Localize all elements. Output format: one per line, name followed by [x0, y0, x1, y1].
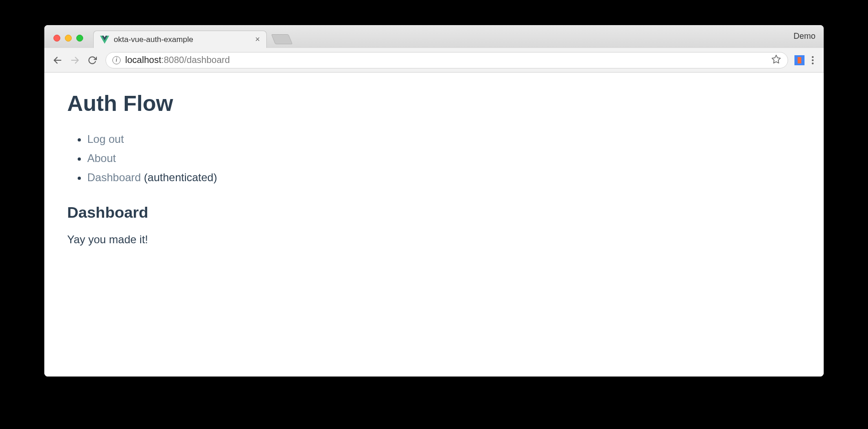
- list-item: Dashboard (authenticated): [87, 168, 801, 187]
- bookmark-star-icon[interactable]: [771, 54, 781, 66]
- nav-list: Log out About Dashboard (authenticated): [67, 130, 801, 187]
- minimize-window-button[interactable]: [65, 35, 72, 42]
- tab-strip: okta-vue-auth-example × Demo: [44, 25, 824, 48]
- dashboard-link[interactable]: Dashboard: [87, 171, 141, 183]
- browser-window: okta-vue-auth-example × Demo i localhost…: [44, 25, 824, 377]
- message-text: Yay you made it!: [67, 233, 801, 246]
- new-tab-button[interactable]: [271, 34, 293, 44]
- close-window-button[interactable]: [53, 35, 60, 42]
- about-link[interactable]: About: [87, 152, 116, 164]
- browser-tab[interactable]: okta-vue-auth-example ×: [93, 31, 267, 48]
- lighthouse-extension-icon[interactable]: [794, 55, 804, 65]
- url-path: :8080/dashboard: [161, 55, 230, 65]
- site-info-icon[interactable]: i: [112, 56, 121, 64]
- page-title: Auth Flow: [67, 91, 801, 116]
- logout-link[interactable]: Log out: [87, 133, 124, 145]
- maximize-window-button[interactable]: [76, 35, 83, 42]
- reload-button[interactable]: [85, 53, 99, 67]
- section-heading: Dashboard: [67, 204, 801, 221]
- url-text: localhost:8080/dashboard: [125, 55, 230, 65]
- tab-close-icon[interactable]: ×: [255, 35, 260, 44]
- profile-label[interactable]: Demo: [794, 31, 815, 41]
- url-host: localhost: [125, 55, 161, 65]
- browser-toolbar: i localhost:8080/dashboard: [44, 48, 824, 73]
- svg-marker-2: [772, 55, 780, 63]
- window-controls: [50, 35, 87, 48]
- list-item: Log out: [87, 130, 801, 149]
- tab-title: okta-vue-auth-example: [114, 35, 250, 44]
- vue-favicon-icon: [100, 35, 109, 44]
- nav-annotation: (authenticated): [141, 171, 217, 183]
- forward-button[interactable]: [68, 53, 82, 67]
- back-button[interactable]: [51, 53, 64, 67]
- browser-menu-icon[interactable]: [808, 56, 817, 64]
- page-content: Auth Flow Log out About Dashboard (authe…: [44, 73, 824, 377]
- address-bar[interactable]: i localhost:8080/dashboard: [106, 52, 788, 68]
- list-item: About: [87, 149, 801, 168]
